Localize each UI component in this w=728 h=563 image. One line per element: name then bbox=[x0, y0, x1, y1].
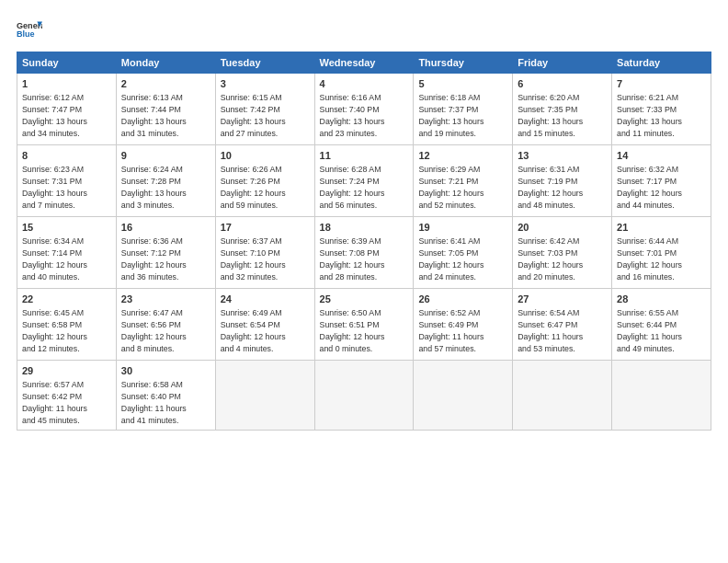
day-number: 24 bbox=[221, 293, 310, 306]
calendar-cell: 26Sunrise: 6:52 AM Sunset: 6:49 PM Dayli… bbox=[414, 289, 513, 361]
calendar-cell bbox=[513, 361, 612, 431]
day-info: Sunrise: 6:54 AM Sunset: 6:47 PM Dayligh… bbox=[518, 307, 607, 354]
day-info: Sunrise: 6:13 AM Sunset: 7:44 PM Dayligh… bbox=[121, 92, 210, 139]
calendar-cell: 18Sunrise: 6:39 AM Sunset: 7:08 PM Dayli… bbox=[314, 217, 414, 289]
day-number: 18 bbox=[320, 221, 409, 235]
calendar-cell bbox=[314, 361, 414, 431]
day-info: Sunrise: 6:12 AM Sunset: 7:47 PM Dayligh… bbox=[22, 92, 111, 139]
day-number: 22 bbox=[22, 293, 111, 306]
day-number: 10 bbox=[221, 149, 310, 163]
calendar-cell bbox=[215, 361, 314, 431]
calendar-cell: 11Sunrise: 6:28 AM Sunset: 7:24 PM Dayli… bbox=[314, 145, 414, 217]
day-number: 5 bbox=[418, 77, 507, 91]
calendar-cell: 6Sunrise: 6:20 AM Sunset: 7:35 PM Daylig… bbox=[513, 74, 612, 145]
calendar-week-4: 29Sunrise: 6:57 AM Sunset: 6:42 PM Dayli… bbox=[17, 361, 711, 431]
day-info: Sunrise: 6:28 AM Sunset: 7:24 PM Dayligh… bbox=[320, 164, 409, 211]
calendar-cell: 27Sunrise: 6:54 AM Sunset: 6:47 PM Dayli… bbox=[513, 289, 612, 361]
calendar-cell: 13Sunrise: 6:31 AM Sunset: 7:19 PM Dayli… bbox=[513, 145, 612, 217]
day-info: Sunrise: 6:16 AM Sunset: 7:40 PM Dayligh… bbox=[320, 92, 409, 139]
day-number: 17 bbox=[221, 221, 310, 235]
calendar-cell: 1Sunrise: 6:12 AM Sunset: 7:47 PM Daylig… bbox=[17, 74, 117, 145]
calendar-cell: 20Sunrise: 6:42 AM Sunset: 7:03 PM Dayli… bbox=[513, 217, 612, 289]
calendar-cell: 4Sunrise: 6:16 AM Sunset: 7:40 PM Daylig… bbox=[314, 74, 414, 145]
calendar-cell bbox=[612, 361, 711, 431]
calendar-week-0: 1Sunrise: 6:12 AM Sunset: 7:47 PM Daylig… bbox=[17, 74, 711, 145]
calendar-cell: 9Sunrise: 6:24 AM Sunset: 7:28 PM Daylig… bbox=[116, 145, 215, 217]
weekday-header-wednesday: Wednesday bbox=[314, 52, 414, 74]
day-info: Sunrise: 6:31 AM Sunset: 7:19 PM Dayligh… bbox=[518, 164, 607, 211]
calendar-cell: 15Sunrise: 6:34 AM Sunset: 7:14 PM Dayli… bbox=[17, 217, 117, 289]
calendar-cell: 21Sunrise: 6:44 AM Sunset: 7:01 PM Dayli… bbox=[612, 217, 711, 289]
day-number: 7 bbox=[617, 77, 706, 91]
day-info: Sunrise: 6:44 AM Sunset: 7:01 PM Dayligh… bbox=[617, 236, 706, 282]
calendar-week-2: 15Sunrise: 6:34 AM Sunset: 7:14 PM Dayli… bbox=[17, 217, 711, 289]
day-number: 21 bbox=[617, 221, 706, 235]
day-number: 12 bbox=[418, 149, 507, 163]
day-info: Sunrise: 6:58 AM Sunset: 6:40 PM Dayligh… bbox=[121, 379, 210, 426]
day-info: Sunrise: 6:15 AM Sunset: 7:42 PM Dayligh… bbox=[221, 92, 310, 139]
day-number: 4 bbox=[320, 77, 409, 91]
logo: General Blue bbox=[17, 17, 42, 42]
day-number: 8 bbox=[22, 149, 111, 163]
calendar-cell: 22Sunrise: 6:45 AM Sunset: 6:58 PM Dayli… bbox=[17, 289, 117, 361]
calendar-cell: 24Sunrise: 6:49 AM Sunset: 6:54 PM Dayli… bbox=[215, 289, 314, 361]
weekday-header-thursday: Thursday bbox=[414, 52, 513, 74]
calendar-cell: 25Sunrise: 6:50 AM Sunset: 6:51 PM Dayli… bbox=[314, 289, 414, 361]
weekday-header-monday: Monday bbox=[116, 52, 215, 74]
calendar-cell: 12Sunrise: 6:29 AM Sunset: 7:21 PM Dayli… bbox=[414, 145, 513, 217]
day-number: 26 bbox=[418, 293, 507, 306]
day-number: 3 bbox=[221, 77, 310, 91]
day-info: Sunrise: 6:21 AM Sunset: 7:33 PM Dayligh… bbox=[617, 92, 706, 139]
day-number: 9 bbox=[121, 149, 210, 163]
calendar-header-row: SundayMondayTuesdayWednesdayThursdayFrid… bbox=[17, 52, 711, 74]
calendar-cell: 10Sunrise: 6:26 AM Sunset: 7:26 PM Dayli… bbox=[215, 145, 314, 217]
day-info: Sunrise: 6:34 AM Sunset: 7:14 PM Dayligh… bbox=[22, 236, 111, 282]
day-info: Sunrise: 6:47 AM Sunset: 6:56 PM Dayligh… bbox=[121, 307, 210, 354]
calendar-week-3: 22Sunrise: 6:45 AM Sunset: 6:58 PM Dayli… bbox=[17, 289, 711, 361]
day-info: Sunrise: 6:20 AM Sunset: 7:35 PM Dayligh… bbox=[518, 92, 607, 139]
weekday-header-saturday: Saturday bbox=[612, 52, 711, 74]
day-info: Sunrise: 6:52 AM Sunset: 6:49 PM Dayligh… bbox=[418, 307, 507, 354]
calendar-cell: 5Sunrise: 6:18 AM Sunset: 7:37 PM Daylig… bbox=[414, 74, 513, 145]
day-number: 16 bbox=[121, 221, 210, 235]
weekday-header-sunday: Sunday bbox=[17, 52, 117, 74]
calendar-cell: 17Sunrise: 6:37 AM Sunset: 7:10 PM Dayli… bbox=[215, 217, 314, 289]
day-number: 27 bbox=[518, 293, 607, 306]
day-info: Sunrise: 6:45 AM Sunset: 6:58 PM Dayligh… bbox=[22, 307, 111, 354]
calendar-cell: 28Sunrise: 6:55 AM Sunset: 6:44 PM Dayli… bbox=[612, 289, 711, 361]
day-number: 2 bbox=[121, 77, 210, 91]
day-number: 19 bbox=[418, 221, 507, 235]
calendar-cell: 8Sunrise: 6:23 AM Sunset: 7:31 PM Daylig… bbox=[17, 145, 117, 217]
day-info: Sunrise: 6:37 AM Sunset: 7:10 PM Dayligh… bbox=[221, 236, 310, 282]
day-info: Sunrise: 6:55 AM Sunset: 6:44 PM Dayligh… bbox=[617, 307, 706, 354]
day-info: Sunrise: 6:36 AM Sunset: 7:12 PM Dayligh… bbox=[121, 236, 210, 282]
calendar-cell: 16Sunrise: 6:36 AM Sunset: 7:12 PM Dayli… bbox=[116, 217, 215, 289]
calendar-cell: 23Sunrise: 6:47 AM Sunset: 6:56 PM Dayli… bbox=[116, 289, 215, 361]
day-number: 1 bbox=[22, 77, 111, 91]
header: General Blue bbox=[17, 17, 711, 42]
day-number: 14 bbox=[617, 149, 706, 163]
day-info: Sunrise: 6:50 AM Sunset: 6:51 PM Dayligh… bbox=[320, 307, 409, 354]
day-info: Sunrise: 6:32 AM Sunset: 7:17 PM Dayligh… bbox=[617, 164, 706, 211]
svg-text:Blue: Blue bbox=[17, 29, 35, 39]
calendar-cell: 29Sunrise: 6:57 AM Sunset: 6:42 PM Dayli… bbox=[17, 361, 117, 431]
day-number: 29 bbox=[22, 364, 111, 378]
day-info: Sunrise: 6:49 AM Sunset: 6:54 PM Dayligh… bbox=[221, 307, 310, 354]
day-info: Sunrise: 6:57 AM Sunset: 6:42 PM Dayligh… bbox=[22, 379, 111, 426]
calendar-body: 1Sunrise: 6:12 AM Sunset: 7:47 PM Daylig… bbox=[17, 74, 711, 431]
day-number: 23 bbox=[121, 293, 210, 306]
day-number: 11 bbox=[320, 149, 409, 163]
calendar-cell bbox=[414, 361, 513, 431]
calendar-cell: 2Sunrise: 6:13 AM Sunset: 7:44 PM Daylig… bbox=[116, 74, 215, 145]
calendar-cell: 30Sunrise: 6:58 AM Sunset: 6:40 PM Dayli… bbox=[116, 361, 215, 431]
day-info: Sunrise: 6:29 AM Sunset: 7:21 PM Dayligh… bbox=[418, 164, 507, 211]
day-number: 30 bbox=[121, 364, 210, 378]
day-info: Sunrise: 6:41 AM Sunset: 7:05 PM Dayligh… bbox=[418, 236, 507, 282]
weekday-header-tuesday: Tuesday bbox=[215, 52, 314, 74]
weekday-header-friday: Friday bbox=[513, 52, 612, 74]
day-number: 6 bbox=[518, 77, 607, 91]
day-number: 15 bbox=[22, 221, 111, 235]
day-info: Sunrise: 6:42 AM Sunset: 7:03 PM Dayligh… bbox=[518, 236, 607, 282]
day-number: 25 bbox=[320, 293, 409, 306]
calendar-cell: 3Sunrise: 6:15 AM Sunset: 7:42 PM Daylig… bbox=[215, 74, 314, 145]
